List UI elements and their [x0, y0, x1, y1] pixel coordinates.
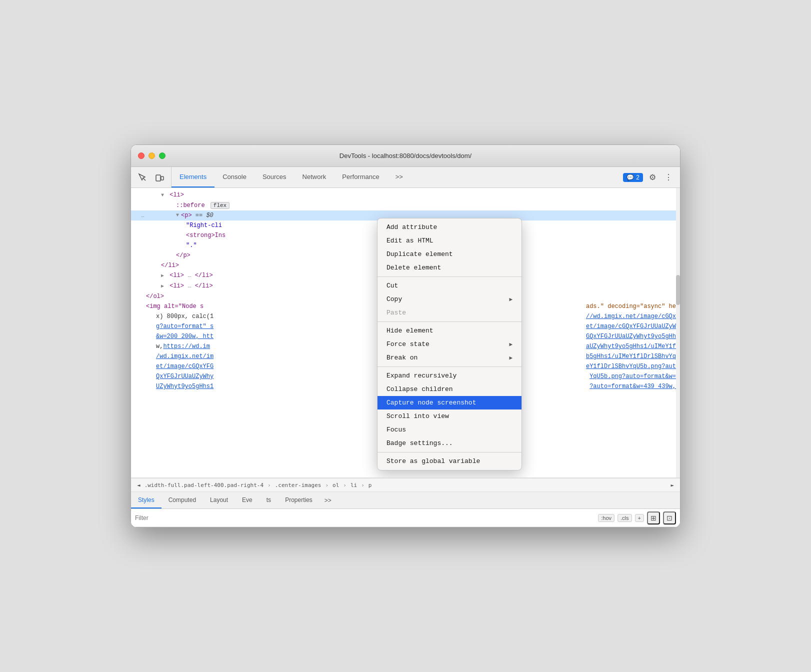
- tab-properties[interactable]: Properties: [278, 492, 320, 508]
- device-toolbar-icon[interactable]: [153, 171, 166, 184]
- scrollbar-thumb[interactable]: [676, 275, 680, 305]
- menu-force-state[interactable]: Force state ▶: [378, 338, 522, 351]
- tab-event[interactable]: Eve: [235, 492, 260, 508]
- tab-more-panels[interactable]: >>: [320, 492, 336, 508]
- elements-panel: ▼ <li> ::before flex … ▼ <p> == $0 "Righ…: [131, 188, 680, 478]
- tab-sources[interactable]: Sources: [254, 167, 294, 188]
- menu-focus[interactable]: Focus: [378, 423, 522, 436]
- pseudo-element: ::before: [176, 202, 205, 209]
- window-title: DevTools - localhost:8080/docs/devtools/…: [340, 152, 472, 160]
- add-style-button[interactable]: +: [635, 514, 644, 522]
- img-link8[interactable]: UZyWhyt9yo5gHhs1: [156, 382, 214, 391]
- breadcrumb-sep: ›: [268, 482, 271, 488]
- tab-styles[interactable]: Styles: [131, 492, 162, 508]
- tag-img: <img alt="Node s: [146, 302, 204, 311]
- close-li2: </li>: [195, 272, 213, 279]
- menu-badge-settings[interactable]: Badge settings...: [378, 436, 522, 450]
- tree-arrow[interactable]: ▶: [161, 272, 166, 280]
- menu-add-attribute[interactable]: Add attribute: [378, 220, 522, 234]
- menu-store-global[interactable]: Store as global variable: [378, 454, 522, 468]
- cls-button[interactable]: .cls: [618, 514, 632, 522]
- breadcrumb-bar: ◄ .width-full.pad-left-400.pad-right-4 ›…: [131, 478, 680, 492]
- close-p: </p>: [176, 252, 190, 259]
- vertical-scrollbar[interactable]: [676, 188, 680, 478]
- notification-badge[interactable]: 💬 2: [623, 173, 643, 182]
- tab-more[interactable]: >>: [388, 167, 411, 188]
- menu-copy[interactable]: Copy ▶: [378, 292, 522, 306]
- dom-line[interactable]: ▼ <li>: [131, 190, 680, 200]
- menu-separator-3: [378, 366, 522, 367]
- menu-cut[interactable]: Cut: [378, 279, 522, 292]
- tab-computed[interactable]: Computed: [162, 492, 203, 508]
- tab-network[interactable]: Network: [294, 167, 334, 188]
- layout-button[interactable]: ⊡: [663, 512, 676, 524]
- breadcrumb-forward[interactable]: ►: [668, 481, 676, 490]
- img-link1: //wd.imgix.net/image/cGQx: [586, 312, 676, 321]
- maximize-button[interactable]: [159, 152, 166, 159]
- menu-paste: Paste: [378, 306, 522, 320]
- breadcrumb-back[interactable]: ◄: [135, 481, 142, 490]
- filter-actions: :hov .cls + ⊞ ⊡: [598, 512, 676, 524]
- break-on-arrow: ▶: [509, 354, 512, 361]
- img-link7[interactable]: QxYFGJrUUaUZyWhy: [156, 372, 214, 381]
- dom-line[interactable]: ::before flex: [131, 200, 680, 210]
- img-link6[interactable]: et/image/cGQxYFG: [156, 362, 214, 371]
- panel-tabs: Styles Computed Layout Eve ts Properties: [131, 492, 680, 509]
- menu-expand-recursively[interactable]: Expand recursively: [378, 369, 522, 382]
- tab-ts[interactable]: ts: [260, 492, 278, 508]
- toolbar-right: 💬 2 ⚙ ⋮: [618, 167, 680, 188]
- img-link4[interactable]: https://wd.im: [163, 342, 210, 351]
- titlebar: DevTools - localhost:8080/docs/devtools/…: [131, 145, 680, 167]
- menu-scroll-into-view[interactable]: Scroll into view: [378, 410, 522, 423]
- tab-layout[interactable]: Layout: [203, 492, 235, 508]
- menu-hide-element[interactable]: Hide element: [378, 324, 522, 338]
- img-w: w,: [156, 342, 163, 351]
- menu-capture-screenshot[interactable]: Capture node screenshot: [378, 396, 522, 410]
- close-button[interactable]: [138, 152, 144, 159]
- tag-li2: <li>: [170, 272, 184, 279]
- force-state-arrow: ▶: [509, 341, 512, 348]
- breadcrumb-p[interactable]: p: [366, 481, 374, 490]
- copy-styles-button[interactable]: ⊞: [647, 512, 660, 524]
- img-link7-right: YqU5b.png?auto=format&w=: [590, 372, 676, 381]
- breadcrumb-li[interactable]: li: [348, 481, 359, 490]
- menu-duplicate-element[interactable]: Duplicate element: [378, 248, 522, 261]
- img-link5-right: b5gHhs1/uIMeY1flDrlSBhvYq: [586, 352, 676, 361]
- menu-edit-html[interactable]: Edit as HTML: [378, 234, 522, 248]
- devtools-window: DevTools - localhost:8080/docs/devtools/…: [130, 144, 680, 528]
- breadcrumb-container[interactable]: .width-full.pad-left-400.pad-right-4: [142, 481, 266, 490]
- breadcrumb-ol[interactable]: ol: [330, 481, 341, 490]
- breadcrumb-sep3: ›: [343, 482, 346, 488]
- img-link3[interactable]: &w=200 200w, htt: [156, 332, 214, 341]
- line-dots: …: [141, 211, 176, 220]
- settings-icon[interactable]: ⚙: [646, 171, 659, 184]
- hov-button[interactable]: :hov: [598, 514, 614, 522]
- close-li: </li>: [161, 262, 179, 269]
- menu-separator-1: [378, 276, 522, 277]
- string-dot: ".": [186, 242, 197, 249]
- breadcrumb-sep2: ›: [325, 482, 328, 488]
- menu-collapse-children[interactable]: Collapse children: [378, 382, 522, 396]
- inspect-element-icon[interactable]: [136, 171, 149, 184]
- tab-elements[interactable]: Elements: [172, 167, 214, 188]
- img-link5[interactable]: /wd.imgix.net/im: [156, 352, 214, 361]
- close-li3: </li>: [195, 282, 213, 290]
- tag-p: <p>: [181, 211, 192, 220]
- tab-performance[interactable]: Performance: [334, 167, 387, 188]
- menu-break-on[interactable]: Break on ▶: [378, 351, 522, 364]
- tree-arrow[interactable]: ▶: [161, 282, 166, 291]
- menu-delete-element[interactable]: Delete element: [378, 261, 522, 274]
- tag-open: <li>: [170, 192, 184, 198]
- more-options-icon[interactable]: ⋮: [662, 171, 675, 184]
- filter-input[interactable]: [135, 514, 594, 522]
- tab-console[interactable]: Console: [214, 167, 254, 188]
- img-srcset: x) 800px, calc(1: [156, 312, 214, 321]
- main-tabs: Elements Console Sources Network Perform…: [172, 167, 618, 188]
- breadcrumb-center-images[interactable]: .center-images: [273, 481, 324, 490]
- minimize-button[interactable]: [148, 152, 155, 159]
- tree-arrow[interactable]: ▼: [161, 191, 166, 200]
- svg-rect-2: [161, 176, 164, 180]
- img-link2[interactable]: g?auto=format" s: [156, 322, 214, 331]
- img-attrs-right: ads." decoding="async" he: [586, 302, 676, 311]
- tree-arrow[interactable]: ▼: [176, 211, 181, 220]
